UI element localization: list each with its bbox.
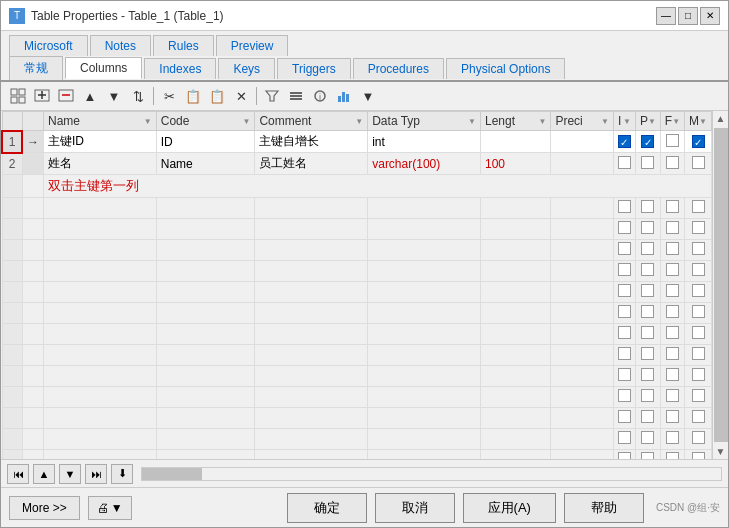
tab-columns[interactable]: Columns <box>65 57 142 79</box>
cell-comment-2[interactable]: 员工姓名 <box>255 153 368 175</box>
cell-name-1[interactable]: 主键ID <box>44 131 157 153</box>
tab-keys[interactable]: Keys <box>218 58 275 79</box>
nav-prev-btn[interactable]: ▲ <box>33 464 55 484</box>
nav-bottom-btn[interactable]: ⬇ <box>111 464 133 484</box>
title-bar: T Table Properties - Table_1 (Table_1) —… <box>1 1 728 31</box>
cell-prec-2[interactable] <box>551 153 613 175</box>
cell-comment-1[interactable]: 主键自增长 <box>255 131 368 153</box>
cell-m-2[interactable] <box>685 153 712 175</box>
tab-procedures[interactable]: Procedures <box>353 58 444 79</box>
cancel-button[interactable]: 取消 <box>375 493 455 523</box>
scrollbar-horizontal[interactable] <box>141 467 722 481</box>
cell-dtype-2[interactable]: varchar(100) <box>368 153 481 175</box>
scrollbar-vertical[interactable]: ▲ ▼ <box>712 111 728 459</box>
tab-physical-options[interactable]: Physical Options <box>446 58 565 79</box>
nav-first-btn[interactable]: ⏮ <box>7 464 29 484</box>
cell-code-2[interactable]: Name <box>156 153 255 175</box>
tab-rules[interactable]: Rules <box>153 35 214 56</box>
nav-last-btn[interactable]: ⏭ <box>85 464 107 484</box>
col-header-comment[interactable]: Comment▼ <box>255 112 368 131</box>
table-row[interactable]: 1 → 主键ID ID 主键自增长 int <box>2 131 712 153</box>
tb-sort-btn[interactable]: ⇅ <box>127 85 149 107</box>
col-header-prec[interactable]: Preci▼ <box>551 112 613 131</box>
row-arrow-2 <box>22 153 44 175</box>
svg-rect-1 <box>19 89 25 95</box>
col-header-p[interactable]: P▼ <box>635 112 660 131</box>
col-header-length[interactable]: Lengt▼ <box>480 112 550 131</box>
row-number-2: 2 <box>2 153 22 175</box>
tab-row-2: 常规 Columns Indexes Keys Triggers Procedu… <box>1 56 728 82</box>
table-row[interactable]: 2 姓名 Name 员工姓名 varchar(100) 100 <box>2 153 712 175</box>
table-row <box>2 408 712 429</box>
col-header-name[interactable]: Name▼ <box>44 112 157 131</box>
tab-microsoft[interactable]: Microsoft <box>9 35 88 56</box>
svg-rect-16 <box>342 92 345 102</box>
cell-p-2[interactable] <box>635 153 660 175</box>
more-button[interactable]: More >> <box>9 496 80 520</box>
table-row <box>2 324 712 345</box>
tb-move-up-btn[interactable]: ▲ <box>79 85 101 107</box>
apply-button[interactable]: 应用(A) <box>463 493 556 523</box>
tb-filter-btn[interactable] <box>261 85 283 107</box>
tb-paste-btn[interactable]: 📋 <box>206 85 228 107</box>
col-header-dtype[interactable]: Data Typ▼ <box>368 112 481 131</box>
scroll-up-btn[interactable]: ▲ <box>714 111 728 126</box>
tb-dropdown-btn[interactable]: ▼ <box>357 85 379 107</box>
tab-triggers[interactable]: Triggers <box>277 58 351 79</box>
cell-f-2[interactable] <box>660 153 684 175</box>
tb-cut-btn[interactable]: ✂ <box>158 85 180 107</box>
cell-prec-1[interactable] <box>551 131 613 153</box>
annotation-text: 双击主键第一列 <box>44 175 712 198</box>
tb-new-row-btn[interactable] <box>7 85 29 107</box>
help-button[interactable]: 帮助 <box>564 493 644 523</box>
scroll-thumb[interactable] <box>714 128 728 442</box>
table-row <box>2 240 712 261</box>
tb-delete2-btn[interactable]: ✕ <box>230 85 252 107</box>
tb-chart-btn[interactable] <box>333 85 355 107</box>
tb-add-btn[interactable] <box>31 85 53 107</box>
cell-length-2[interactable]: 100 <box>480 153 550 175</box>
maximize-button[interactable]: □ <box>678 7 698 25</box>
cell-code-1[interactable]: ID <box>156 131 255 153</box>
tb-delete-btn[interactable] <box>55 85 77 107</box>
col-header-i[interactable]: I▼ <box>613 112 635 131</box>
table-row <box>2 345 712 366</box>
hscroll-thumb[interactable] <box>142 468 202 480</box>
row-number-1: 1 <box>2 131 22 153</box>
print-button[interactable]: 🖨 ▼ <box>88 496 132 520</box>
title-bar-left: T Table Properties - Table_1 (Table_1) <box>9 8 224 24</box>
cell-m-1[interactable] <box>685 131 712 153</box>
title-bar-controls: — □ ✕ <box>656 7 720 25</box>
row-number-ann <box>2 175 22 198</box>
scroll-down-btn[interactable]: ▼ <box>714 444 728 459</box>
svg-marker-9 <box>266 91 278 101</box>
cell-f-1[interactable] <box>660 131 684 153</box>
col-header-m[interactable]: M▼ <box>685 112 712 131</box>
svg-rect-17 <box>346 94 349 102</box>
cell-p-1[interactable] <box>635 131 660 153</box>
svg-rect-11 <box>290 95 302 97</box>
cell-i-2[interactable] <box>613 153 635 175</box>
col-header-rownum <box>2 112 22 131</box>
col-header-f[interactable]: F▼ <box>660 112 684 131</box>
tab-general[interactable]: 常规 <box>9 56 63 80</box>
cell-length-1[interactable] <box>480 131 550 153</box>
tb-move-down-btn[interactable]: ▼ <box>103 85 125 107</box>
nav-next-btn[interactable]: ▼ <box>59 464 81 484</box>
nav-bar: ⏮ ▲ ▼ ⏭ ⬇ <box>1 459 728 487</box>
confirm-button[interactable]: 确定 <box>287 493 367 523</box>
close-button[interactable]: ✕ <box>700 7 720 25</box>
cell-name-2[interactable]: 姓名 <box>44 153 157 175</box>
tb-copy-btn[interactable]: 📋 <box>182 85 204 107</box>
column-table-wrapper: Name▼ Code▼ Comment▼ Data Typ▼ <box>1 111 728 459</box>
tab-indexes[interactable]: Indexes <box>144 58 216 79</box>
tab-notes[interactable]: Notes <box>90 35 151 56</box>
col-header-indicator <box>22 112 44 131</box>
minimize-button[interactable]: — <box>656 7 676 25</box>
cell-i-1[interactable] <box>613 131 635 153</box>
tb-customize-btn[interactable] <box>285 85 307 107</box>
tab-preview[interactable]: Preview <box>216 35 289 56</box>
cell-dtype-1[interactable]: int <box>368 131 481 153</box>
tb-property-btn[interactable]: i <box>309 85 331 107</box>
col-header-code[interactable]: Code▼ <box>156 112 255 131</box>
